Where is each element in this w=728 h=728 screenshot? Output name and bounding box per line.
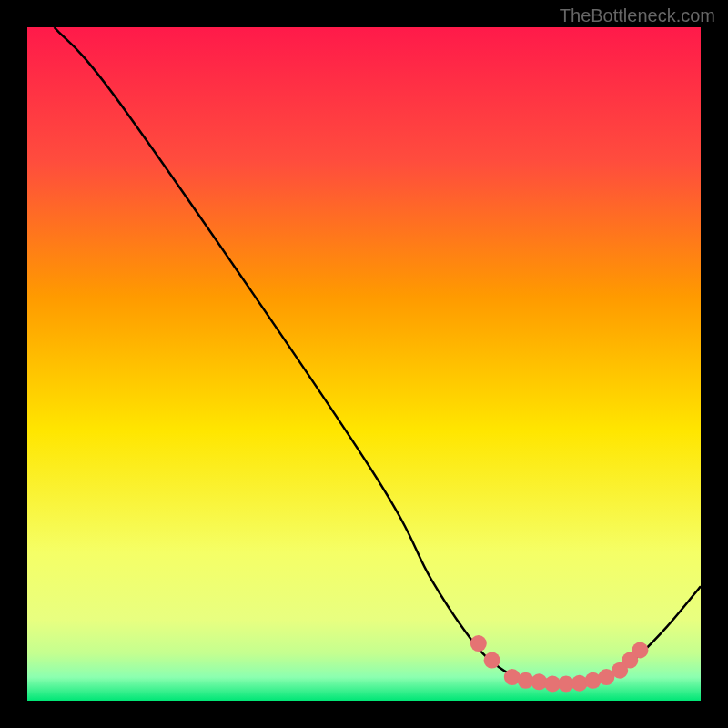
watermark-text: TheBottleneck.com [560, 5, 715, 26]
plot-area [27, 27, 701, 701]
chart-container: TheBottleneck.com [0, 0, 728, 728]
data-marker [571, 675, 588, 692]
chart-svg [27, 27, 701, 701]
gradient-background [27, 27, 701, 701]
data-marker [484, 652, 500, 669]
data-marker [470, 635, 487, 652]
data-marker [632, 642, 648, 659]
